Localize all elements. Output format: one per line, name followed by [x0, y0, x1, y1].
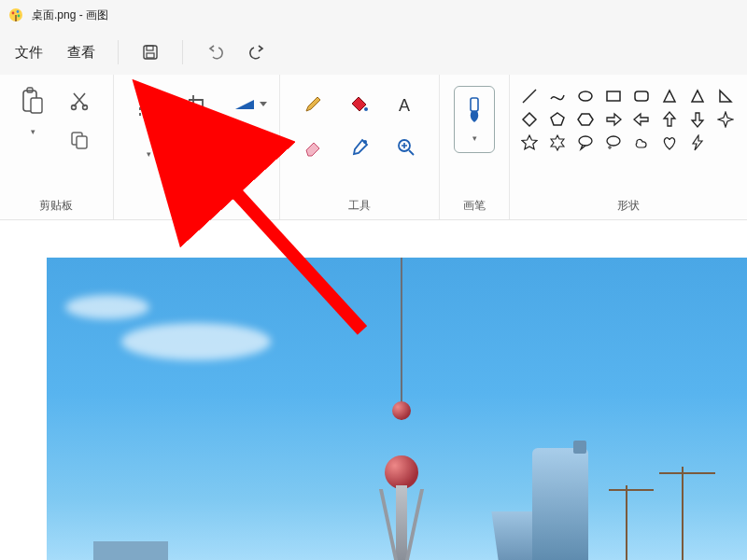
shape-triangle[interactable] [687, 86, 708, 106]
crop-button[interactable] [183, 90, 213, 119]
shapes-palette[interactable] [519, 86, 738, 153]
separator [118, 40, 119, 64]
svg-rect-25 [607, 91, 620, 101]
color-picker-tool[interactable] [345, 133, 374, 162]
svg-rect-9 [31, 98, 42, 113]
svg-rect-6 [147, 53, 154, 58]
chevron-down-icon[interactable]: ▾ [147, 149, 151, 159]
canvas-area[interactable] [0, 220, 747, 560]
chevron-down-icon[interactable]: ▾ [31, 127, 35, 136]
svg-marker-18 [235, 145, 254, 154]
chevron-down-icon: ▾ [472, 133, 477, 143]
paste-button[interactable] [18, 86, 48, 116]
rotate-button[interactable] [230, 90, 260, 119]
fill-tool[interactable] [345, 90, 374, 119]
pencil-tool[interactable] [298, 90, 328, 119]
ribbon: ▾ 剪贴板 ▾ [0, 75, 747, 220]
svg-point-21 [363, 140, 367, 144]
shape-round-rect[interactable] [631, 86, 652, 106]
menu-view[interactable]: 查看 [63, 38, 99, 67]
group-label: 工具 [348, 194, 371, 219]
resize-image-button[interactable] [183, 134, 213, 164]
svg-rect-26 [635, 91, 648, 101]
shape-hexagon[interactable] [575, 109, 596, 130]
shape-arrow-down[interactable] [687, 109, 708, 130]
shape-rect[interactable] [603, 86, 624, 106]
group-label: 图像 [186, 194, 208, 219]
brush-button[interactable]: ▾ [454, 86, 495, 153]
svg-point-24 [579, 91, 592, 101]
group-label: 画笔 [463, 194, 486, 219]
svg-point-29 [609, 147, 611, 148]
group-brush: ▾ 画笔 [440, 75, 510, 219]
group-tools: A 工具 [280, 75, 440, 219]
shape-callout-oval[interactable] [603, 133, 624, 153]
shape-curve[interactable] [547, 86, 568, 106]
svg-rect-23 [471, 98, 478, 111]
svg-rect-14 [140, 97, 159, 116]
select-button[interactable] [134, 91, 164, 121]
shape-4star[interactable] [715, 109, 736, 130]
shape-arrow-left[interactable] [631, 109, 652, 130]
paint-app-icon [7, 7, 24, 23]
group-shapes: 形状 [510, 75, 747, 219]
svg-point-17 [193, 145, 197, 148]
shape-oval[interactable] [575, 86, 596, 106]
svg-point-10 [72, 105, 77, 110]
cut-button[interactable] [64, 86, 94, 116]
shape-callout-cloud[interactable] [631, 133, 652, 153]
svg-point-1 [12, 12, 15, 15]
separator [182, 40, 183, 64]
shape-5star[interactable] [519, 133, 540, 153]
svg-point-11 [83, 105, 88, 110]
shape-arrow-up[interactable] [659, 109, 680, 130]
shape-line[interactable] [519, 86, 540, 106]
group-label: 剪贴板 [39, 194, 73, 219]
group-label: 形状 [617, 194, 640, 219]
window-title: 桌面.png - 画图 [32, 7, 108, 23]
group-image: ▾ [114, 75, 280, 219]
shape-polygon[interactable] [659, 86, 680, 106]
canvas-image [47, 258, 747, 560]
save-button[interactable] [137, 39, 163, 65]
shape-callout-round[interactable] [575, 133, 596, 153]
shape-heart[interactable] [659, 133, 680, 153]
shape-arrow-right[interactable] [603, 109, 624, 130]
titlebar: 桌面.png - 画图 [0, 0, 747, 30]
menu-file[interactable]: 文件 [11, 38, 47, 67]
redo-button[interactable] [245, 39, 271, 65]
svg-text:A: A [399, 96, 410, 115]
shape-right-triangle[interactable] [715, 86, 736, 106]
shape-6star[interactable] [547, 133, 568, 153]
flip-button[interactable] [230, 134, 260, 164]
shape-lightning[interactable] [687, 133, 708, 153]
shape-diamond[interactable] [519, 109, 540, 130]
menubar: 文件 查看 [0, 30, 747, 75]
copy-button[interactable] [64, 125, 94, 155]
svg-point-3 [18, 15, 21, 18]
svg-rect-5 [147, 46, 153, 50]
svg-marker-15 [235, 100, 254, 109]
text-tool[interactable]: A [391, 90, 421, 119]
group-clipboard: ▾ 剪贴板 [0, 75, 114, 219]
eraser-tool[interactable] [298, 133, 328, 162]
undo-button[interactable] [202, 39, 228, 65]
svg-rect-4 [144, 46, 157, 59]
shape-pentagon[interactable] [547, 109, 568, 130]
svg-point-19 [364, 107, 368, 111]
svg-rect-13 [77, 136, 87, 148]
magnifier-tool[interactable] [391, 133, 421, 162]
svg-point-28 [607, 136, 620, 146]
svg-point-27 [579, 136, 592, 146]
svg-point-2 [17, 10, 20, 13]
